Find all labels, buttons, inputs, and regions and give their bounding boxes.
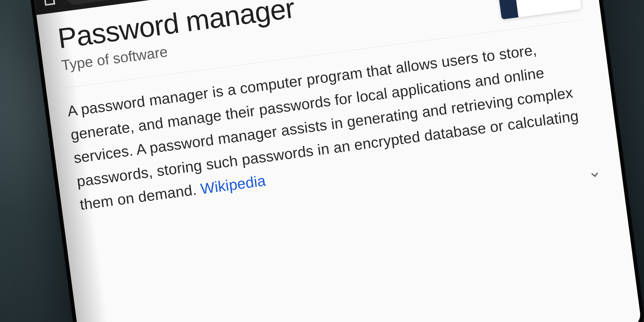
thumbnail-image[interactable]: [495, 0, 582, 20]
phone-screen: goo… Password manager Type of software: [33, 0, 642, 322]
url-text: goo…: [83, 0, 109, 1]
lock-icon: [72, 0, 80, 0]
chevron-down-icon[interactable]: [585, 165, 604, 184]
phone-frame: goo… Password manager Type of software: [29, 0, 644, 322]
home-icon[interactable]: [40, 0, 59, 10]
wikipedia-link[interactable]: Wikipedia: [200, 172, 267, 197]
